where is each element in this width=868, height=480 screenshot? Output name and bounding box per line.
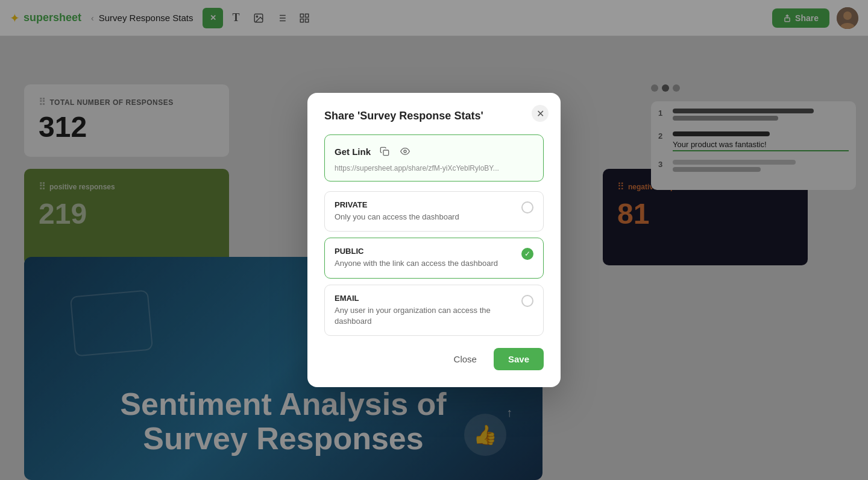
get-link-icons xyxy=(377,144,413,159)
private-option-title: PRIVATE xyxy=(335,200,521,209)
svg-rect-16 xyxy=(383,150,389,156)
public-option-content: PUBLIC Anyone with the link can access t… xyxy=(335,247,521,269)
email-option-content: EMAIL Any user in your organization can … xyxy=(335,294,521,327)
email-radio[interactable] xyxy=(521,295,533,307)
get-link-url: https://supersheet.app/share/zfM-yiXcYeb… xyxy=(335,164,533,172)
public-radio[interactable]: ✓ xyxy=(521,248,533,260)
email-option-desc: Any user in your organization can access… xyxy=(335,305,521,327)
get-link-box: Get Link https://supersheet.app/share/zf… xyxy=(324,134,544,182)
modal-close-button[interactable]: ✕ xyxy=(532,105,549,122)
save-button[interactable]: Save xyxy=(494,348,544,370)
email-option[interactable]: EMAIL Any user in your organization can … xyxy=(324,285,544,336)
preview-link-button[interactable] xyxy=(397,144,413,159)
public-option[interactable]: PUBLIC Anyone with the link can access t… xyxy=(324,238,544,278)
modal-title: Share 'Survey Response Stats' xyxy=(324,110,544,122)
public-option-desc: Anyone with the link can access the dash… xyxy=(335,258,521,269)
private-option-content: PRIVATE Only you can access the dashboar… xyxy=(335,200,521,223)
public-option-title: PUBLIC xyxy=(335,247,521,256)
share-modal: Share 'Survey Response Stats' ✕ Get Link… xyxy=(307,93,561,387)
private-option-desc: Only you can access the dashboard xyxy=(335,212,521,223)
svg-point-17 xyxy=(404,150,406,153)
modal-footer: Close Save xyxy=(324,348,544,370)
copy-link-button[interactable] xyxy=(377,144,392,159)
email-option-title: EMAIL xyxy=(335,294,521,303)
get-link-header: Get Link xyxy=(335,144,533,159)
private-option[interactable]: PRIVATE Only you can access the dashboar… xyxy=(324,191,544,232)
get-link-label: Get Link xyxy=(335,147,371,157)
modal-overlay: Share 'Survey Response Stats' ✕ Get Link… xyxy=(0,0,868,480)
private-radio[interactable] xyxy=(521,201,533,213)
radio-check-icon: ✓ xyxy=(524,250,530,258)
close-button[interactable]: Close xyxy=(444,349,486,369)
